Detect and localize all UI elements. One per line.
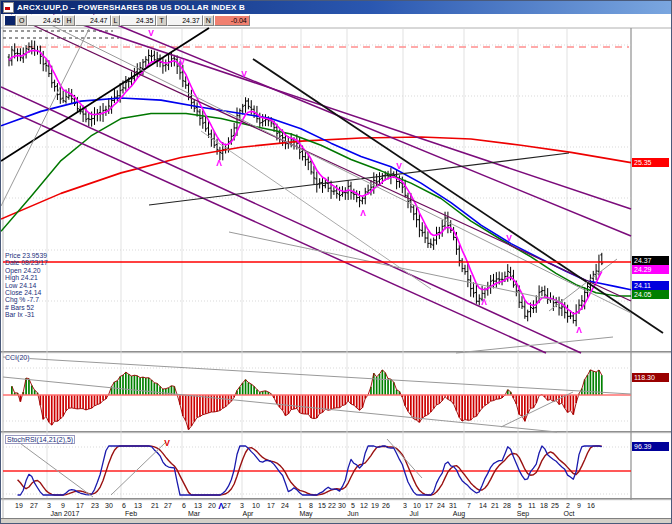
date-label: 25 bbox=[551, 502, 559, 509]
stochrsi-panel-label: StochRSI(14,21(2),5) bbox=[5, 435, 75, 444]
date-label: 16 bbox=[587, 502, 595, 509]
window-title: ARCX:UUP,D – POWERSHARES DB US DOLLAR IN… bbox=[17, 3, 245, 12]
cycle-bottom-marker: Λ bbox=[360, 208, 366, 218]
price-chart-canvas[interactable]: VVVVVΛΛΛΛVΛ bbox=[1, 1, 672, 524]
date-label: 21 bbox=[151, 502, 159, 509]
quote-field-value: 24.45 bbox=[27, 15, 63, 26]
date-label: 19 bbox=[15, 502, 23, 509]
month-label: Jul bbox=[410, 510, 419, 517]
date-label: 27 bbox=[164, 502, 172, 509]
cycle-bottom-marker: Λ bbox=[481, 297, 487, 307]
month-label: Aug bbox=[453, 510, 465, 517]
info-row: Close 24.14 bbox=[5, 289, 48, 296]
date-label: 5 bbox=[351, 502, 355, 509]
date-label: 20 bbox=[208, 502, 216, 509]
date-label: 9 bbox=[577, 502, 581, 509]
axis-price-badge: 25.35 bbox=[632, 158, 669, 167]
date-label: 3 bbox=[240, 502, 244, 509]
date-label: 23 bbox=[91, 502, 99, 509]
info-row: Price 23.9539 bbox=[5, 252, 48, 259]
axis-price-badge: 24.37 bbox=[632, 256, 669, 265]
quote-field-label: N bbox=[203, 15, 214, 26]
date-label: 13 bbox=[134, 502, 142, 509]
info-row: Chg % -7.7 bbox=[5, 296, 48, 303]
date-label: 9 bbox=[61, 502, 65, 509]
month-label: Oct bbox=[564, 510, 575, 517]
info-row: Date 08/23/17 bbox=[5, 259, 48, 266]
quote-strip: O24.45H24.47L24.35T24.37N-0.04 bbox=[4, 15, 250, 26]
quote-field-label: O bbox=[16, 15, 27, 26]
date-label: 17 bbox=[76, 502, 84, 509]
date-label: 10 bbox=[252, 502, 260, 509]
titlebar: ARCX:UUP,D – POWERSHARES DB US DOLLAR IN… bbox=[1, 1, 672, 14]
date-label: 14 bbox=[479, 502, 487, 509]
axis-price-badge: 96.39 bbox=[632, 442, 669, 451]
cycle-top-marker: V bbox=[506, 233, 512, 243]
month-label: Feb bbox=[125, 510, 137, 517]
date-label: 17 bbox=[267, 502, 275, 509]
cycle-top-marker: V bbox=[179, 57, 185, 67]
app-icon bbox=[3, 2, 14, 13]
info-row: Bar Ix -31 bbox=[5, 311, 48, 318]
date-label: 21 bbox=[491, 502, 499, 509]
date-label: 22 bbox=[328, 502, 336, 509]
date-label: 26 bbox=[382, 502, 390, 509]
data-window-panel: Price 23.9539Date 08/23/17Open 24.20High… bbox=[5, 252, 48, 319]
quote-field-value: 24.35 bbox=[120, 15, 156, 26]
cycle-top-marker: V bbox=[396, 161, 402, 171]
quote-field-value: 24.47 bbox=[75, 15, 111, 26]
date-label: 6 bbox=[182, 502, 186, 509]
quote-symbol-cell bbox=[4, 15, 16, 26]
date-label: 6 bbox=[122, 502, 126, 509]
axis-price-badge: 24.05 bbox=[632, 290, 669, 299]
info-row: Low 24.14 bbox=[5, 282, 48, 289]
cycle-top-marker: V bbox=[148, 28, 154, 38]
month-label: Jan 2017 bbox=[51, 510, 80, 517]
date-label: 15 bbox=[318, 502, 326, 509]
month-label: Jun bbox=[347, 510, 358, 517]
month-label: Apr bbox=[243, 510, 254, 517]
date-label: 24 bbox=[437, 502, 445, 509]
axis-price-badge: 24.29 bbox=[632, 265, 669, 274]
date-label: 18 bbox=[540, 502, 548, 509]
month-label: May bbox=[299, 510, 312, 517]
cycle-bottom-marker: Λ bbox=[576, 325, 582, 335]
quote-field-value: 24.37 bbox=[167, 15, 203, 26]
cycle-bottom-marker: Λ bbox=[216, 158, 222, 168]
axis-price-badge: 24.11 bbox=[632, 281, 669, 290]
date-label: 27 bbox=[223, 502, 231, 509]
date-label: 17 bbox=[425, 502, 433, 509]
cycle-top-marker: V bbox=[241, 69, 247, 79]
info-row: High 24.21 bbox=[5, 274, 48, 281]
date-label: 27 bbox=[30, 502, 38, 509]
month-label: Mar bbox=[188, 510, 200, 517]
chart-window: VVVVVΛΛΛΛVΛ ARCX:UUP,D – POWERSHARES DB … bbox=[0, 0, 672, 524]
month-label: Sep bbox=[517, 510, 529, 517]
date-label: 10 bbox=[413, 502, 421, 509]
date-label: 30 bbox=[105, 502, 113, 509]
quote-field-label: T bbox=[156, 15, 166, 26]
date-label: 31 bbox=[449, 502, 457, 509]
date-label: 13 bbox=[194, 502, 202, 509]
axis-price-badge: 118.30 bbox=[632, 373, 669, 382]
cci-panel-label: CCI(20) bbox=[5, 354, 30, 361]
date-label: 12 bbox=[360, 502, 368, 509]
date-label: 3 bbox=[47, 502, 51, 509]
window-bottom-border bbox=[1, 518, 672, 524]
info-row: # Bars 52 bbox=[5, 304, 48, 311]
date-label: 11 bbox=[528, 502, 535, 509]
date-label: 19 bbox=[371, 502, 379, 509]
quote-field-label: H bbox=[63, 15, 74, 26]
date-label: 28 bbox=[503, 502, 511, 509]
quote-field-label: L bbox=[111, 15, 121, 26]
date-label: 1 bbox=[298, 502, 302, 509]
date-label: 7 bbox=[467, 502, 471, 509]
info-row: Open 24.20 bbox=[5, 267, 48, 274]
date-label: 24 bbox=[281, 502, 289, 509]
date-label: 3 bbox=[403, 502, 407, 509]
date-label: 8 bbox=[309, 502, 313, 509]
date-label: 2 bbox=[566, 502, 570, 509]
cycle-top-marker: V bbox=[164, 438, 170, 448]
quote-field-value: -0.04 bbox=[214, 15, 250, 26]
date-label: 30 bbox=[338, 502, 346, 509]
